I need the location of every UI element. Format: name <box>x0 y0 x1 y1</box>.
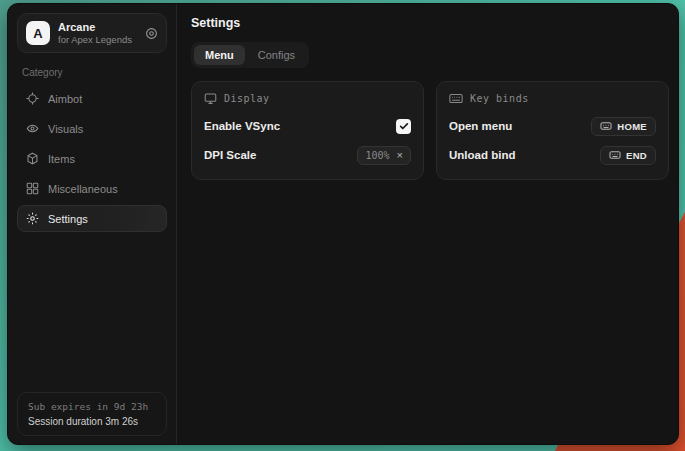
check-icon <box>399 121 409 131</box>
sidebar-item-label: Aimbot <box>48 93 82 105</box>
vsync-row: Enable VSync <box>204 114 411 138</box>
tab-menu[interactable]: Menu <box>194 45 245 65</box>
brand-subtitle: for Apex Legends <box>58 34 132 45</box>
sidebar-item-aimbot[interactable]: Aimbot <box>17 85 167 112</box>
open-menu-label: Open menu <box>449 120 512 132</box>
tab-configs[interactable]: Configs <box>247 45 306 65</box>
keyboard-icon <box>600 121 612 131</box>
settings-cards: Display Enable VSync DPI Scale 100% × <box>191 81 669 180</box>
sidebar: A Arcane for Apex Legends Category Aimbo… <box>8 4 177 444</box>
open-menu-key: HOME <box>617 121 647 132</box>
display-card-title: Display <box>224 93 270 104</box>
sidebar-item-visuals[interactable]: Visuals <box>17 115 167 142</box>
unload-bind-key: END <box>626 150 647 161</box>
sidebar-item-settings[interactable]: Settings <box>17 205 167 232</box>
clear-icon[interactable]: × <box>397 150 403 161</box>
grid-icon <box>26 182 39 195</box>
dpi-scale-value: 100% <box>365 150 389 161</box>
open-menu-keybind-button[interactable]: HOME <box>591 117 656 136</box>
dpi-row: DPI Scale 100% × <box>204 143 411 167</box>
sidebar-item-label: Items <box>48 153 75 165</box>
vsync-label: Enable VSync <box>204 120 280 132</box>
sidebar-item-label: Settings <box>48 213 88 225</box>
sidebar-spacer <box>17 235 167 392</box>
session-duration-text: Session duration 3m 26s <box>28 416 156 427</box>
settings-tabbar: Menu Configs <box>191 42 309 68</box>
crosshair-icon <box>26 92 39 105</box>
keybinds-card-header: Key binds <box>449 92 656 105</box>
keyboard-icon <box>609 150 621 160</box>
sub-expiry-text: Sub expires in 9d 23h <box>28 401 156 412</box>
vsync-checkbox[interactable] <box>396 119 411 134</box>
display-card: Display Enable VSync DPI Scale 100% × <box>191 81 424 180</box>
keybinds-card: Key binds Open menu HOME Unload bin <box>436 81 669 180</box>
unload-bind-keybind-button[interactable]: END <box>600 146 656 165</box>
subscription-status-card: Sub expires in 9d 23h Session duration 3… <box>17 392 167 436</box>
keybinds-card-title: Key binds <box>470 93 529 104</box>
sidebar-item-label: Visuals <box>48 123 83 135</box>
open-menu-row: Open menu HOME <box>449 114 656 138</box>
sidebar-item-miscellaneous[interactable]: Miscellaneous <box>17 175 167 202</box>
dpi-scale-input[interactable]: 100% × <box>357 146 411 165</box>
category-label: Category <box>22 67 162 78</box>
gear-icon <box>26 212 39 225</box>
sidebar-item-items[interactable]: Items <box>17 145 167 172</box>
keyboard-icon <box>449 92 463 105</box>
app-window: A Arcane for Apex Legends Category Aimbo… <box>7 3 679 445</box>
unload-bind-row: Unload bind END <box>449 143 656 167</box>
dpi-label: DPI Scale <box>204 149 256 161</box>
main-panel: Settings Menu Configs Display Enable VSy… <box>177 4 679 444</box>
page-title: Settings <box>191 16 669 30</box>
monitor-icon <box>204 92 217 105</box>
brand-logo: A <box>26 21 50 45</box>
brand-title: Arcane <box>58 21 132 33</box>
cube-icon <box>26 152 39 165</box>
brand-text: Arcane for Apex Legends <box>58 21 132 45</box>
target-disc-icon[interactable] <box>145 27 158 40</box>
unload-bind-label: Unload bind <box>449 149 515 161</box>
eye-icon <box>26 122 39 135</box>
brand-logo-letter: A <box>33 26 42 41</box>
display-card-header: Display <box>204 92 411 105</box>
brand-card: A Arcane for Apex Legends <box>17 13 167 53</box>
sidebar-item-label: Miscellaneous <box>48 183 118 195</box>
